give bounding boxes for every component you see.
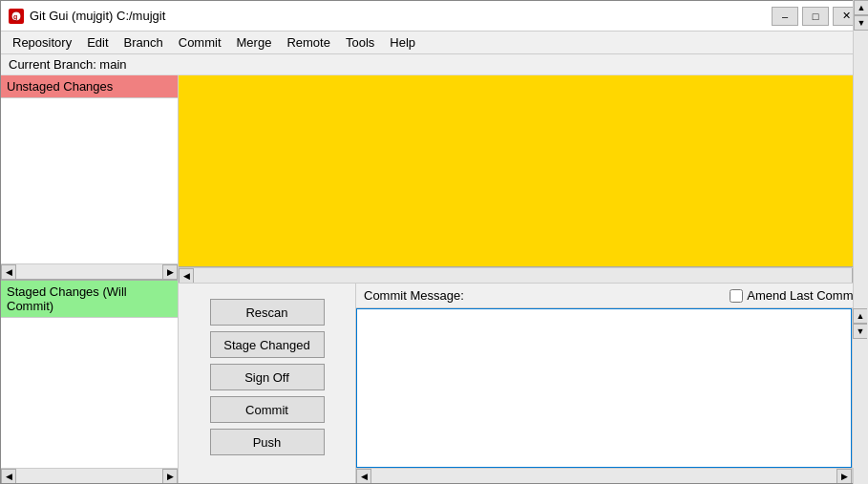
diff-scrollbar-h[interactable]: ◀ ▶ xyxy=(179,267,867,283)
svg-text:g: g xyxy=(13,13,17,21)
diff-scroll-left[interactable]: ◀ xyxy=(179,268,194,283)
right-panel: ▲ ▼ ◀ ▶ Rescan Stage Changed Sign O xyxy=(179,75,867,483)
unstaged-scrollbar-h[interactable]: ◀ ▶ xyxy=(1,263,178,279)
menu-repository[interactable]: Repository xyxy=(5,32,79,53)
menu-edit[interactable]: Edit xyxy=(79,32,116,53)
menu-merge[interactable]: Merge xyxy=(229,32,280,53)
action-buttons-panel: Rescan Stage Changed Sign Off Commit Pus… xyxy=(179,284,356,483)
left-panel: Unstaged Changes ▲ ▼ ◀ ▶ xyxy=(1,75,179,483)
unstaged-scroll-right[interactable]: ▶ xyxy=(162,264,178,280)
unstaged-section: Unstaged Changes ▲ ▼ ◀ ▶ xyxy=(1,75,178,280)
commit-area: Commit Message: Amend Last Commit ▲ xyxy=(356,284,867,483)
unstaged-list[interactable] xyxy=(1,98,178,263)
commit-header: Commit Message: Amend Last Commit xyxy=(356,284,867,308)
menu-commit[interactable]: Commit xyxy=(171,32,229,53)
staged-list[interactable] xyxy=(1,318,178,468)
staged-section: Staged Changes (Will Commit) ▲ ▼ ◀ ▶ xyxy=(1,280,178,483)
commit-scroll-right[interactable]: ▶ xyxy=(836,469,852,483)
current-branch-label: Current Branch: main xyxy=(9,57,127,72)
amend-label: Amend Last Commit xyxy=(747,288,859,303)
title-bar: g Git Gui (mujgit) C:/mujgit – □ ✕ xyxy=(1,1,867,32)
staged-header: Staged Changes (Will Commit) xyxy=(1,280,178,318)
commit-message-wrapper: ▲ ▼ xyxy=(356,308,867,468)
branch-bar: Current Branch: main xyxy=(1,54,867,75)
sign-off-button[interactable]: Sign Off xyxy=(210,364,325,390)
menu-bar: Repository Edit Branch Commit Merge Remo… xyxy=(1,32,867,54)
maximize-button[interactable]: □ xyxy=(802,7,829,26)
window-title: Git Gui (mujgit) C:/mujgit xyxy=(30,9,772,23)
commit-message-label: Commit Message: xyxy=(364,288,464,303)
staged-scrollbar-h[interactable]: ◀ ▶ xyxy=(1,468,178,483)
rescan-button[interactable]: Rescan xyxy=(210,299,325,326)
commit-scroll-left[interactable]: ◀ xyxy=(356,469,371,483)
diff-track-h xyxy=(194,268,852,283)
window-controls: – □ ✕ xyxy=(772,7,859,26)
unstaged-scroll-left[interactable]: ◀ xyxy=(1,264,16,280)
main-content: Unstaged Changes ▲ ▼ ◀ ▶ xyxy=(1,75,867,483)
amend-checkbox[interactable] xyxy=(730,289,743,303)
stage-changed-button[interactable]: Stage Changed xyxy=(210,331,325,358)
unstaged-header: Unstaged Changes xyxy=(1,75,178,98)
menu-help[interactable]: Help xyxy=(382,32,423,53)
amend-checkbox-area: Amend Last Commit xyxy=(730,288,859,303)
menu-remote[interactable]: Remote xyxy=(279,32,338,53)
commit-scrollbar-v[interactable]: ▲ ▼ xyxy=(852,308,867,468)
staged-scroll-left[interactable]: ◀ xyxy=(1,469,16,484)
commit-track-h xyxy=(371,469,836,483)
app-icon: g xyxy=(9,9,24,24)
menu-tools[interactable]: Tools xyxy=(338,32,382,53)
staged-scroll-right[interactable]: ▶ xyxy=(162,469,178,484)
diff-view[interactable] xyxy=(179,75,867,267)
commit-scroll-down[interactable]: ▼ xyxy=(853,324,867,339)
commit-message-input[interactable] xyxy=(356,308,852,468)
bottom-area: Rescan Stage Changed Sign Off Commit Pus… xyxy=(179,283,867,483)
commit-scroll-up[interactable]: ▲ xyxy=(853,308,867,324)
menu-branch[interactable]: Branch xyxy=(116,32,171,53)
minimize-button[interactable]: – xyxy=(772,7,798,26)
commit-button[interactable]: Commit xyxy=(210,396,325,423)
diff-scrollbar-v[interactable]: ▲ ▼ xyxy=(853,75,867,267)
push-button[interactable]: Push xyxy=(210,429,325,455)
main-window: g Git Gui (mujgit) C:/mujgit – □ ✕ Repos… xyxy=(0,0,868,484)
commit-message-bottom: ◀ ▶ xyxy=(356,468,867,483)
